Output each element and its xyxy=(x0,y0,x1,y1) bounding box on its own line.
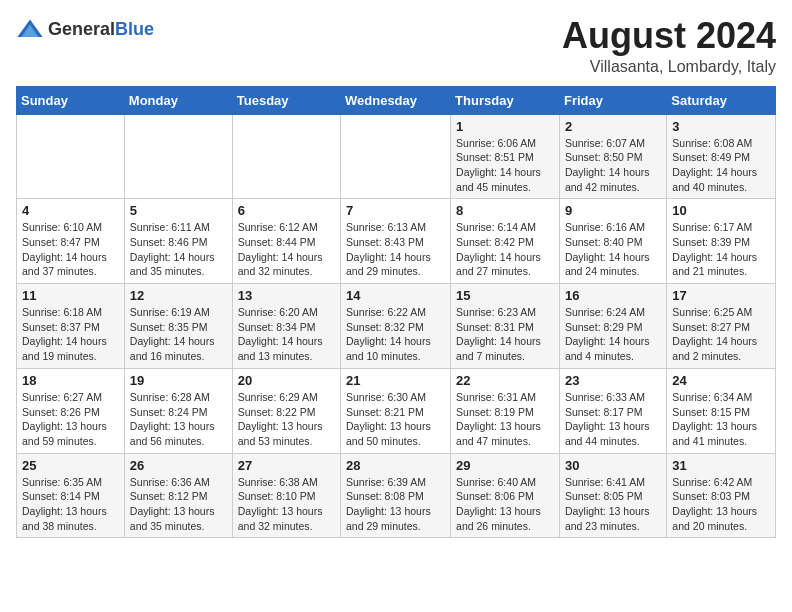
location-title: Villasanta, Lombardy, Italy xyxy=(562,58,776,76)
day-number: 31 xyxy=(672,458,770,473)
day-number: 7 xyxy=(346,203,445,218)
calendar-cell: 11Sunrise: 6:18 AM Sunset: 8:37 PM Dayli… xyxy=(17,284,125,369)
day-number: 13 xyxy=(238,288,335,303)
day-info: Sunrise: 6:14 AM Sunset: 8:42 PM Dayligh… xyxy=(456,220,554,279)
day-number: 30 xyxy=(565,458,661,473)
calendar-cell: 28Sunrise: 6:39 AM Sunset: 8:08 PM Dayli… xyxy=(341,453,451,538)
day-info: Sunrise: 6:25 AM Sunset: 8:27 PM Dayligh… xyxy=(672,305,770,364)
logo-icon xyxy=(16,16,44,44)
day-info: Sunrise: 6:13 AM Sunset: 8:43 PM Dayligh… xyxy=(346,220,445,279)
day-info: Sunrise: 6:17 AM Sunset: 8:39 PM Dayligh… xyxy=(672,220,770,279)
calendar-cell: 15Sunrise: 6:23 AM Sunset: 8:31 PM Dayli… xyxy=(451,284,560,369)
month-title: August 2024 xyxy=(562,16,776,56)
calendar-cell: 12Sunrise: 6:19 AM Sunset: 8:35 PM Dayli… xyxy=(124,284,232,369)
day-number: 6 xyxy=(238,203,335,218)
calendar-cell: 6Sunrise: 6:12 AM Sunset: 8:44 PM Daylig… xyxy=(232,199,340,284)
day-number: 27 xyxy=(238,458,335,473)
calendar-cell: 27Sunrise: 6:38 AM Sunset: 8:10 PM Dayli… xyxy=(232,453,340,538)
logo-blue: Blue xyxy=(115,20,154,40)
day-number: 22 xyxy=(456,373,554,388)
calendar-cell: 10Sunrise: 6:17 AM Sunset: 8:39 PM Dayli… xyxy=(667,199,776,284)
day-info: Sunrise: 6:24 AM Sunset: 8:29 PM Dayligh… xyxy=(565,305,661,364)
week-row-3: 11Sunrise: 6:18 AM Sunset: 8:37 PM Dayli… xyxy=(17,284,776,369)
day-info: Sunrise: 6:36 AM Sunset: 8:12 PM Dayligh… xyxy=(130,475,227,534)
page-header: GeneralBlue August 2024 Villasanta, Lomb… xyxy=(16,16,776,76)
calendar-cell: 25Sunrise: 6:35 AM Sunset: 8:14 PM Dayli… xyxy=(17,453,125,538)
day-number: 20 xyxy=(238,373,335,388)
calendar-cell: 21Sunrise: 6:30 AM Sunset: 8:21 PM Dayli… xyxy=(341,368,451,453)
day-info: Sunrise: 6:19 AM Sunset: 8:35 PM Dayligh… xyxy=(130,305,227,364)
day-number: 10 xyxy=(672,203,770,218)
calendar-cell: 4Sunrise: 6:10 AM Sunset: 8:47 PM Daylig… xyxy=(17,199,125,284)
day-info: Sunrise: 6:33 AM Sunset: 8:17 PM Dayligh… xyxy=(565,390,661,449)
day-info: Sunrise: 6:38 AM Sunset: 8:10 PM Dayligh… xyxy=(238,475,335,534)
calendar-cell xyxy=(124,114,232,199)
day-info: Sunrise: 6:16 AM Sunset: 8:40 PM Dayligh… xyxy=(565,220,661,279)
weekday-header-sunday: Sunday xyxy=(17,86,125,114)
day-info: Sunrise: 6:42 AM Sunset: 8:03 PM Dayligh… xyxy=(672,475,770,534)
day-number: 29 xyxy=(456,458,554,473)
day-number: 26 xyxy=(130,458,227,473)
calendar-cell xyxy=(232,114,340,199)
day-info: Sunrise: 6:10 AM Sunset: 8:47 PM Dayligh… xyxy=(22,220,119,279)
day-info: Sunrise: 6:18 AM Sunset: 8:37 PM Dayligh… xyxy=(22,305,119,364)
day-info: Sunrise: 6:07 AM Sunset: 8:50 PM Dayligh… xyxy=(565,136,661,195)
calendar-cell: 9Sunrise: 6:16 AM Sunset: 8:40 PM Daylig… xyxy=(559,199,666,284)
calendar-cell: 23Sunrise: 6:33 AM Sunset: 8:17 PM Dayli… xyxy=(559,368,666,453)
day-number: 25 xyxy=(22,458,119,473)
day-info: Sunrise: 6:34 AM Sunset: 8:15 PM Dayligh… xyxy=(672,390,770,449)
day-number: 12 xyxy=(130,288,227,303)
day-number: 15 xyxy=(456,288,554,303)
day-info: Sunrise: 6:35 AM Sunset: 8:14 PM Dayligh… xyxy=(22,475,119,534)
title-area: August 2024 Villasanta, Lombardy, Italy xyxy=(562,16,776,76)
day-info: Sunrise: 6:31 AM Sunset: 8:19 PM Dayligh… xyxy=(456,390,554,449)
day-info: Sunrise: 6:11 AM Sunset: 8:46 PM Dayligh… xyxy=(130,220,227,279)
calendar-cell: 16Sunrise: 6:24 AM Sunset: 8:29 PM Dayli… xyxy=(559,284,666,369)
week-row-2: 4Sunrise: 6:10 AM Sunset: 8:47 PM Daylig… xyxy=(17,199,776,284)
weekday-header-wednesday: Wednesday xyxy=(341,86,451,114)
calendar-table: SundayMondayTuesdayWednesdayThursdayFrid… xyxy=(16,86,776,539)
day-info: Sunrise: 6:27 AM Sunset: 8:26 PM Dayligh… xyxy=(22,390,119,449)
weekday-header-row: SundayMondayTuesdayWednesdayThursdayFrid… xyxy=(17,86,776,114)
day-number: 3 xyxy=(672,119,770,134)
calendar-cell xyxy=(341,114,451,199)
calendar-cell: 30Sunrise: 6:41 AM Sunset: 8:05 PM Dayli… xyxy=(559,453,666,538)
calendar-cell: 19Sunrise: 6:28 AM Sunset: 8:24 PM Dayli… xyxy=(124,368,232,453)
calendar-cell: 8Sunrise: 6:14 AM Sunset: 8:42 PM Daylig… xyxy=(451,199,560,284)
logo-general: General xyxy=(48,20,115,40)
calendar-cell: 18Sunrise: 6:27 AM Sunset: 8:26 PM Dayli… xyxy=(17,368,125,453)
day-number: 21 xyxy=(346,373,445,388)
day-info: Sunrise: 6:29 AM Sunset: 8:22 PM Dayligh… xyxy=(238,390,335,449)
day-info: Sunrise: 6:40 AM Sunset: 8:06 PM Dayligh… xyxy=(456,475,554,534)
day-info: Sunrise: 6:08 AM Sunset: 8:49 PM Dayligh… xyxy=(672,136,770,195)
logo-text: GeneralBlue xyxy=(48,20,154,40)
day-number: 17 xyxy=(672,288,770,303)
calendar-cell: 14Sunrise: 6:22 AM Sunset: 8:32 PM Dayli… xyxy=(341,284,451,369)
calendar-cell: 13Sunrise: 6:20 AM Sunset: 8:34 PM Dayli… xyxy=(232,284,340,369)
day-info: Sunrise: 6:20 AM Sunset: 8:34 PM Dayligh… xyxy=(238,305,335,364)
calendar-cell: 17Sunrise: 6:25 AM Sunset: 8:27 PM Dayli… xyxy=(667,284,776,369)
calendar-cell: 7Sunrise: 6:13 AM Sunset: 8:43 PM Daylig… xyxy=(341,199,451,284)
day-info: Sunrise: 6:22 AM Sunset: 8:32 PM Dayligh… xyxy=(346,305,445,364)
day-number: 11 xyxy=(22,288,119,303)
day-number: 8 xyxy=(456,203,554,218)
weekday-header-monday: Monday xyxy=(124,86,232,114)
day-number: 24 xyxy=(672,373,770,388)
day-number: 14 xyxy=(346,288,445,303)
calendar-cell xyxy=(17,114,125,199)
day-number: 28 xyxy=(346,458,445,473)
calendar-cell: 5Sunrise: 6:11 AM Sunset: 8:46 PM Daylig… xyxy=(124,199,232,284)
weekday-header-thursday: Thursday xyxy=(451,86,560,114)
day-number: 1 xyxy=(456,119,554,134)
day-info: Sunrise: 6:41 AM Sunset: 8:05 PM Dayligh… xyxy=(565,475,661,534)
day-number: 18 xyxy=(22,373,119,388)
calendar-cell: 29Sunrise: 6:40 AM Sunset: 8:06 PM Dayli… xyxy=(451,453,560,538)
calendar-cell: 3Sunrise: 6:08 AM Sunset: 8:49 PM Daylig… xyxy=(667,114,776,199)
day-info: Sunrise: 6:30 AM Sunset: 8:21 PM Dayligh… xyxy=(346,390,445,449)
day-number: 2 xyxy=(565,119,661,134)
calendar-cell: 26Sunrise: 6:36 AM Sunset: 8:12 PM Dayli… xyxy=(124,453,232,538)
day-number: 9 xyxy=(565,203,661,218)
week-row-5: 25Sunrise: 6:35 AM Sunset: 8:14 PM Dayli… xyxy=(17,453,776,538)
week-row-1: 1Sunrise: 6:06 AM Sunset: 8:51 PM Daylig… xyxy=(17,114,776,199)
weekday-header-saturday: Saturday xyxy=(667,86,776,114)
